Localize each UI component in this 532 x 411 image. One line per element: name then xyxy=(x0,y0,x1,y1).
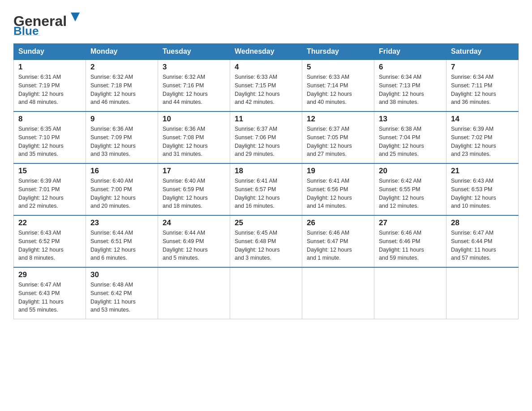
day-number: 27 xyxy=(379,218,442,227)
calendar-cell: 28Sunrise: 6:47 AMSunset: 6:44 PMDayligh… xyxy=(446,215,519,267)
header: General Blue xyxy=(13,9,519,39)
calendar-cell xyxy=(158,267,230,319)
calendar-cell: 7Sunrise: 6:34 AMSunset: 7:11 PMDaylight… xyxy=(446,60,519,111)
day-info: Sunrise: 6:46 AMSunset: 6:47 PMDaylight:… xyxy=(307,229,369,262)
calendar-cell: 19Sunrise: 6:41 AMSunset: 6:56 PMDayligh… xyxy=(302,163,374,215)
week-row-3: 15Sunrise: 6:39 AMSunset: 7:01 PMDayligh… xyxy=(14,163,519,215)
weekday-header-row: SundayMondayTuesdayWednesdayThursdayFrid… xyxy=(14,44,519,60)
calendar-cell: 24Sunrise: 6:44 AMSunset: 6:49 PMDayligh… xyxy=(158,215,230,267)
svg-text:Blue: Blue xyxy=(13,24,39,36)
day-info: Sunrise: 6:40 AMSunset: 6:59 PMDaylight:… xyxy=(163,177,225,210)
weekday-header-saturday: Saturday xyxy=(446,44,519,60)
day-number: 20 xyxy=(379,167,442,176)
day-info: Sunrise: 6:33 AMSunset: 7:14 PMDaylight:… xyxy=(307,73,369,107)
week-row-4: 22Sunrise: 6:43 AMSunset: 6:52 PMDayligh… xyxy=(14,215,519,267)
calendar-cell: 25Sunrise: 6:45 AMSunset: 6:48 PMDayligh… xyxy=(230,215,302,267)
calendar-cell: 8Sunrise: 6:35 AMSunset: 7:10 PMDaylight… xyxy=(14,111,86,163)
day-info: Sunrise: 6:47 AMSunset: 6:44 PMDaylight:… xyxy=(451,229,514,262)
day-info: Sunrise: 6:32 AMSunset: 7:18 PMDaylight:… xyxy=(90,73,153,107)
calendar-cell: 9Sunrise: 6:36 AMSunset: 7:09 PMDaylight… xyxy=(86,111,158,163)
calendar-cell: 21Sunrise: 6:43 AMSunset: 6:53 PMDayligh… xyxy=(446,163,519,215)
day-number: 7 xyxy=(451,63,514,72)
calendar-cell: 5Sunrise: 6:33 AMSunset: 7:14 PMDaylight… xyxy=(302,60,374,111)
day-info: Sunrise: 6:32 AMSunset: 7:16 PMDaylight:… xyxy=(163,73,225,107)
day-info: Sunrise: 6:37 AMSunset: 7:06 PMDaylight:… xyxy=(235,125,297,158)
calendar-cell: 27Sunrise: 6:46 AMSunset: 6:46 PMDayligh… xyxy=(374,215,446,267)
day-info: Sunrise: 6:31 AMSunset: 7:19 PMDaylight:… xyxy=(18,73,81,107)
calendar-cell: 10Sunrise: 6:36 AMSunset: 7:08 PMDayligh… xyxy=(158,111,230,163)
day-info: Sunrise: 6:36 AMSunset: 7:09 PMDaylight:… xyxy=(90,125,153,158)
calendar-cell: 6Sunrise: 6:34 AMSunset: 7:13 PMDaylight… xyxy=(374,60,446,111)
calendar-cell: 16Sunrise: 6:40 AMSunset: 7:00 PMDayligh… xyxy=(86,163,158,215)
calendar-cell: 4Sunrise: 6:33 AMSunset: 7:15 PMDaylight… xyxy=(230,60,302,111)
calendar-cell: 11Sunrise: 6:37 AMSunset: 7:06 PMDayligh… xyxy=(230,111,302,163)
day-number: 30 xyxy=(90,270,153,279)
weekday-header-tuesday: Tuesday xyxy=(158,44,230,60)
day-info: Sunrise: 6:40 AMSunset: 7:00 PMDaylight:… xyxy=(90,177,153,210)
calendar-cell: 18Sunrise: 6:41 AMSunset: 6:57 PMDayligh… xyxy=(230,163,302,215)
weekday-header-monday: Monday xyxy=(86,44,158,60)
calendar-cell xyxy=(446,267,519,319)
day-number: 17 xyxy=(163,167,225,176)
logo: General Blue xyxy=(13,9,85,39)
day-info: Sunrise: 6:44 AMSunset: 6:49 PMDaylight:… xyxy=(163,229,225,262)
day-number: 6 xyxy=(379,63,442,72)
calendar-cell: 23Sunrise: 6:44 AMSunset: 6:51 PMDayligh… xyxy=(86,215,158,267)
day-info: Sunrise: 6:34 AMSunset: 7:13 PMDaylight:… xyxy=(379,73,442,107)
day-number: 28 xyxy=(451,218,514,227)
day-info: Sunrise: 6:34 AMSunset: 7:11 PMDaylight:… xyxy=(451,73,514,107)
day-number: 11 xyxy=(235,115,297,124)
weekday-header-thursday: Thursday xyxy=(302,44,374,60)
day-number: 18 xyxy=(235,167,297,176)
week-row-2: 8Sunrise: 6:35 AMSunset: 7:10 PMDaylight… xyxy=(14,111,519,163)
day-info: Sunrise: 6:33 AMSunset: 7:15 PMDaylight:… xyxy=(235,73,297,107)
day-info: Sunrise: 6:48 AMSunset: 6:42 PMDaylight:… xyxy=(90,281,153,314)
day-info: Sunrise: 6:41 AMSunset: 6:56 PMDaylight:… xyxy=(307,177,369,210)
day-number: 3 xyxy=(163,63,225,72)
day-number: 21 xyxy=(451,167,514,176)
day-info: Sunrise: 6:38 AMSunset: 7:04 PMDaylight:… xyxy=(379,125,442,158)
calendar-cell: 30Sunrise: 6:48 AMSunset: 6:42 PMDayligh… xyxy=(86,267,158,319)
calendar-cell: 2Sunrise: 6:32 AMSunset: 7:18 PMDaylight… xyxy=(86,60,158,111)
calendar-cell: 17Sunrise: 6:40 AMSunset: 6:59 PMDayligh… xyxy=(158,163,230,215)
weekday-header-wednesday: Wednesday xyxy=(230,44,302,60)
day-number: 13 xyxy=(379,115,442,124)
day-info: Sunrise: 6:42 AMSunset: 6:55 PMDaylight:… xyxy=(379,177,442,210)
day-number: 24 xyxy=(163,218,225,227)
day-info: Sunrise: 6:37 AMSunset: 7:05 PMDaylight:… xyxy=(307,125,369,158)
calendar-cell: 13Sunrise: 6:38 AMSunset: 7:04 PMDayligh… xyxy=(374,111,446,163)
day-number: 1 xyxy=(18,63,81,72)
day-number: 14 xyxy=(451,115,514,124)
day-info: Sunrise: 6:45 AMSunset: 6:48 PMDaylight:… xyxy=(235,229,297,262)
calendar-cell: 1Sunrise: 6:31 AMSunset: 7:19 PMDaylight… xyxy=(14,60,86,111)
day-info: Sunrise: 6:36 AMSunset: 7:08 PMDaylight:… xyxy=(163,125,225,158)
calendar-cell xyxy=(230,267,302,319)
day-info: Sunrise: 6:43 AMSunset: 6:52 PMDaylight:… xyxy=(18,229,81,262)
day-info: Sunrise: 6:35 AMSunset: 7:10 PMDaylight:… xyxy=(18,125,81,158)
day-info: Sunrise: 6:46 AMSunset: 6:46 PMDaylight:… xyxy=(379,229,442,262)
logo-general-text: General Blue xyxy=(13,9,85,39)
calendar-cell: 14Sunrise: 6:39 AMSunset: 7:02 PMDayligh… xyxy=(446,111,519,163)
calendar-cell: 20Sunrise: 6:42 AMSunset: 6:55 PMDayligh… xyxy=(374,163,446,215)
logo-area: General Blue xyxy=(13,9,85,39)
calendar-cell xyxy=(374,267,446,319)
day-number: 5 xyxy=(307,63,369,72)
calendar-table: SundayMondayTuesdayWednesdayThursdayFrid… xyxy=(13,43,519,319)
weekday-header-friday: Friday xyxy=(374,44,446,60)
day-number: 8 xyxy=(18,115,81,124)
day-number: 19 xyxy=(307,167,369,176)
day-info: Sunrise: 6:43 AMSunset: 6:53 PMDaylight:… xyxy=(451,177,514,210)
day-number: 22 xyxy=(18,218,81,227)
calendar-cell xyxy=(302,267,374,319)
weekday-header-sunday: Sunday xyxy=(14,44,86,60)
day-number: 29 xyxy=(18,270,81,279)
day-number: 4 xyxy=(235,63,297,72)
day-number: 16 xyxy=(90,167,153,176)
calendar-cell: 15Sunrise: 6:39 AMSunset: 7:01 PMDayligh… xyxy=(14,163,86,215)
day-info: Sunrise: 6:41 AMSunset: 6:57 PMDaylight:… xyxy=(235,177,297,210)
day-number: 23 xyxy=(90,218,153,227)
week-row-1: 1Sunrise: 6:31 AMSunset: 7:19 PMDaylight… xyxy=(14,60,519,111)
calendar-cell: 29Sunrise: 6:47 AMSunset: 6:43 PMDayligh… xyxy=(14,267,86,319)
day-number: 26 xyxy=(307,218,369,227)
day-number: 12 xyxy=(307,115,369,124)
